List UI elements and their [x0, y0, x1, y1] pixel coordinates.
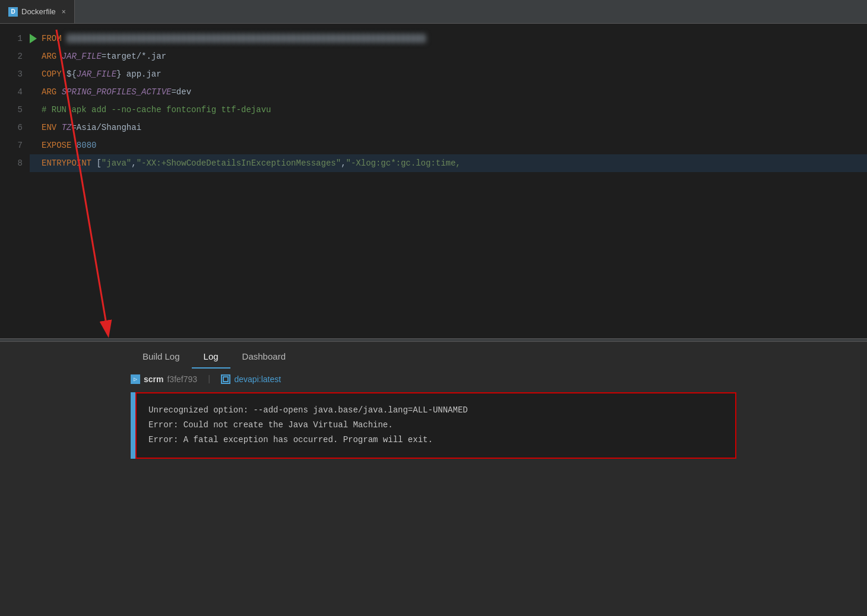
svg-rect-2 — [223, 377, 228, 382]
code-line-2: ARG JAR_FILE =target/*.jar — [30, 47, 867, 65]
comment-run: # RUN apk add --no-cache fontconfig ttf-… — [42, 101, 271, 119]
tab-close-button[interactable]: × — [62, 8, 66, 16]
code-line-3: COPY ${ JAR_FILE } app.jar — [30, 65, 867, 83]
service-separator: | — [207, 374, 211, 384]
val-tz-assign: =Asia/Shanghai — [71, 119, 141, 136]
blurred-image-name: ████████████████████████████████████████… — [62, 30, 426, 47]
panel-tab-bar: Build Log Log Dashboard — [0, 342, 867, 369]
error-line-3: Error: A fatal exception has occurred. P… — [148, 433, 723, 447]
code-line-7: EXPOSE 8080 — [30, 136, 867, 154]
error-output-box: Unrecognized option: --add-opens java.ba… — [135, 392, 736, 459]
code-space — [71, 136, 76, 154]
code-lines: FROM ███████████████████████████████████… — [30, 28, 867, 338]
val-xlog: "-Xlog:gc*:gc.log:time, — [346, 154, 461, 172]
keyword-from: FROM — [42, 30, 62, 47]
code-line-8: ENTRYPOINT [ "java" , "-XX:+ShowCodeDeta… — [30, 154, 867, 172]
service-link-label: devapi:latest — [234, 374, 281, 384]
blue-bar — [131, 392, 135, 459]
code-body: 1 2 3 4 5 6 7 8 FROM ███████████████████… — [0, 24, 867, 338]
tab-build-log[interactable]: Build Log — [131, 348, 192, 369]
scrm-icon: ▷ — [131, 374, 140, 384]
error-line-1: Unrecognized option: --add-opens java.ba… — [148, 403, 723, 418]
val-copy-dest: } app.jar — [116, 65, 162, 83]
tab-log[interactable]: Log — [192, 348, 230, 369]
dockerfile-tab[interactable]: D Dockerfile × — [0, 0, 75, 23]
val-java: "java" — [102, 154, 131, 172]
error-line-2: Error: Could not create the Java Virtual… — [148, 418, 723, 433]
code-space — [56, 119, 61, 136]
code-line-1: FROM ███████████████████████████████████… — [30, 30, 867, 47]
code-line-5: # RUN apk add --no-cache fontconfig ttf-… — [30, 101, 867, 119]
code-line-6: ENV TZ =Asia/Shanghai — [30, 119, 867, 136]
keyword-arg-2: ARG — [42, 47, 56, 65]
tab-dashboard[interactable]: Dashboard — [230, 348, 298, 369]
code-editor: 1 2 3 4 5 6 7 8 FROM ███████████████████… — [0, 24, 867, 338]
code-comma2: , — [341, 154, 346, 172]
error-container: Unrecognized option: --add-opens java.ba… — [131, 392, 736, 459]
service-hash-label: f3fef793 — [167, 374, 197, 384]
line-numbers: 1 2 3 4 5 6 7 8 — [0, 28, 30, 338]
val-jar-assign: =target/*.jar — [102, 47, 166, 65]
code-space — [56, 83, 61, 101]
var-spring-profiles: SPRING_PROFILES_ACTIVE — [62, 83, 172, 101]
var-jar-file: JAR_FILE — [62, 47, 102, 65]
val-xx-flag: "-XX:+ShowCodeDetailsInExceptionMessages… — [137, 154, 341, 172]
code-comma: , — [131, 154, 136, 172]
val-port: 8080 — [77, 136, 97, 154]
code-space — [56, 47, 61, 65]
keyword-expose: EXPOSE — [42, 136, 71, 154]
code-space: [ — [91, 154, 102, 172]
code-line-4: ARG SPRING_PROFILES_ACTIVE =dev — [30, 83, 867, 101]
tab-bar: D Dockerfile × — [0, 0, 867, 24]
service-devapi[interactable]: devapi:latest — [221, 374, 281, 384]
tab-file-icon: D — [8, 7, 18, 17]
devapi-icon — [221, 374, 230, 384]
val-spring-assign: =dev — [171, 83, 191, 101]
keyword-entrypoint: ENTRYPOINT — [42, 154, 91, 172]
keyword-arg-4: ARG — [42, 83, 56, 101]
tab-label: Dockerfile — [21, 7, 56, 16]
service-scrm[interactable]: ▷ scrm f3fef793 — [131, 374, 197, 384]
keyword-env: ENV — [42, 119, 56, 136]
service-row: ▷ scrm f3fef793 | devapi:latest — [0, 369, 867, 390]
bottom-panel: Build Log Log Dashboard ▷ scrm f3fef793 … — [0, 342, 867, 616]
var-tz: TZ — [62, 119, 72, 136]
val-copy-src: ${ — [62, 65, 77, 83]
var-jar-file-ref: JAR_FILE — [77, 65, 116, 83]
keyword-copy: COPY — [42, 65, 62, 83]
run-indicator — [30, 34, 37, 43]
service-name-label: scrm — [144, 374, 163, 384]
